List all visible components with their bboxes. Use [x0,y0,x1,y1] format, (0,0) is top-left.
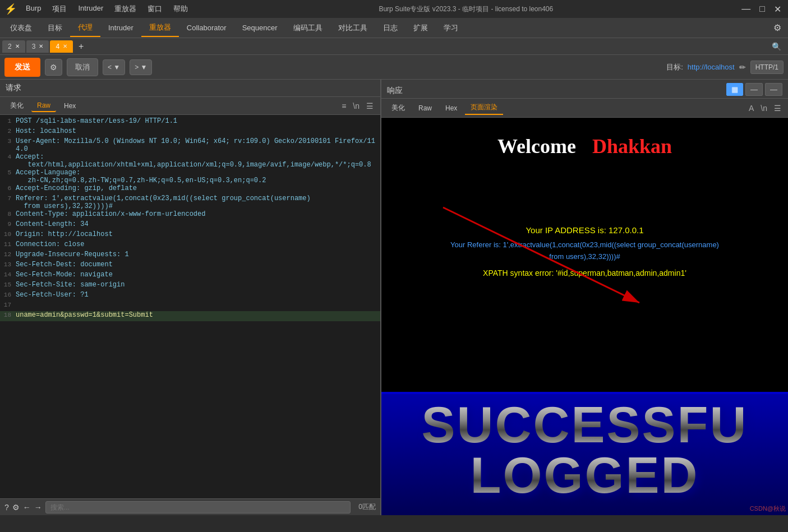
referer-text: Your Referer is: 1',extractvalue(1,conca… [445,239,725,263]
resp-tab-hex[interactable]: Hex [440,103,463,114]
resp-tab-raw[interactable]: Raw [413,103,437,114]
nav-dashboard[interactable]: 仪表盘 [2,20,40,36]
target-url: http://localhost [688,63,735,71]
menu-window[interactable]: 窗口 [143,2,167,16]
table-row: 5 Accept-Language: zh-CN,zh;q=0.8,zh-TW;… [0,169,380,184]
resp-tab-render[interactable]: 页面渲染 [465,101,503,115]
table-row: 8 Content-Type: application/x-www-form-u… [0,210,380,220]
maximize-button[interactable]: □ [757,4,767,15]
menu-intruder[interactable]: Intruder [73,2,108,16]
req-list-icon[interactable]: ≡ [339,100,348,112]
nav-decoder[interactable]: 编码工具 [285,20,330,36]
tab-3-close[interactable]: ✕ [39,43,43,49]
nav-next-button[interactable]: > ▼ [130,59,152,75]
tab-2-label: 2 [8,43,12,50]
http-version-button[interactable]: HTTP/1 [750,61,784,74]
menu-help[interactable]: 帮助 [169,2,192,16]
table-row: 9 Content-Length: 34 [0,220,380,230]
match-count: 0匹配 [358,502,376,512]
req-tab-hex[interactable]: Hex [58,100,81,112]
table-row: 12 Upgrade-Insecure-Requests: 1 [0,251,380,261]
nav-intruder[interactable]: Intruder [100,20,141,35]
table-row: 17 [0,301,380,311]
titlebar: ⚡ Burp 项目 Intruder 重放器 窗口 帮助 Burp Suite专… [0,0,788,18]
req-newline-icon[interactable]: \n [351,100,362,112]
resp-tab-icons: A \n ☰ [746,103,784,114]
tab-2[interactable]: 2 ✕ [2,40,25,53]
nav-learn[interactable]: 学习 [436,20,466,36]
table-row: 10 Origin: http://localhost [0,230,380,240]
tab-3[interactable]: 3 ✕ [26,40,49,53]
minimize-button[interactable]: — [739,4,753,15]
search-input[interactable] [45,501,351,514]
tab-search-icon[interactable]: 🔍 [767,40,786,53]
table-row: 7 Referer: 1',extractvalue(1,concat(0x23… [0,195,380,210]
table-row: 15 Sec-Fetch-Site: same-origin [0,281,380,291]
settings-bottom-icon[interactable]: ⚙ [12,503,20,512]
nav-logger[interactable]: 日志 [375,20,405,36]
main-content: 请求 美化 Raw Hex ≡ \n ☰ 1 POST /sqli-labs-m… [0,80,788,515]
request-bottom-bar: ? ⚙ ← → 0匹配 [0,498,380,515]
titlebar-menu: Burp 项目 Intruder 重放器 窗口 帮助 [21,2,192,16]
username-display: Dhakkan [592,135,672,158]
edit-target-button[interactable]: ✏ [739,63,746,72]
table-row: 6 Accept-Encoding: gzip, deflate [0,184,380,195]
resp-tab-beautify[interactable]: 美化 [386,101,411,114]
view-split-button[interactable]: ▦ [726,83,743,96]
nav-collaborator[interactable]: Collaborator [179,20,234,35]
help-icon[interactable]: ? [4,503,9,512]
table-row: 16 Sec-Fetch-User: ?1 [0,291,380,301]
toolbar-settings-button[interactable]: ⚙ [45,59,62,76]
tab-add-button[interactable]: + [74,39,88,54]
nav-compare[interactable]: 对比工具 [330,20,375,36]
window-controls: — □ ✕ [739,4,784,15]
tab-4-label: 4 [56,43,59,50]
view-horiz-button[interactable]: — [745,83,763,96]
table-row: 14 Sec-Fetch-Mode: navigate [0,271,380,281]
request-panel-tabs: 美化 Raw Hex ≡ \n ☰ [0,97,380,115]
app-title: Burp Suite专业版 v2023.3 - 临时项目 - licensed … [197,4,735,14]
nav-target[interactable]: 目标 [40,20,70,36]
watermark: CSDN@秋说 [750,505,786,513]
nav-prev-button[interactable]: < ▼ [103,59,125,75]
cancel-button[interactable]: 取消 [67,58,98,76]
resp-menu-icon[interactable]: ☰ [772,103,784,114]
nav-repeater[interactable]: 重放器 [141,19,179,37]
tab-4[interactable]: 4 ✕ [50,40,73,53]
toolbar: 发送 ⚙ 取消 < ▼ > ▼ 目标: http://localhost ✏ H… [0,55,788,80]
welcome-label: Welcome [497,135,576,158]
req-tab-icons: ≡ \n ☰ [339,100,376,112]
response-info: Your IP ADDRESS is: 127.0.0.1 Your Refer… [445,225,725,279]
table-row: 3 User-Agent: Mozilla/5.0 (Windows NT 10… [0,137,380,153]
back-icon[interactable]: ← [23,503,31,512]
tab-2-close[interactable]: ✕ [15,43,20,49]
req-menu-icon[interactable]: ☰ [364,100,376,112]
navbar: 仪表盘 目标 代理 Intruder 重放器 Collaborator Sequ… [0,18,788,38]
forward-icon[interactable]: → [34,503,42,512]
nav-proxy[interactable]: 代理 [70,19,100,37]
menu-project[interactable]: 项目 [48,2,71,16]
nav-extensions[interactable]: 扩展 [405,20,436,36]
resp-list-icon[interactable]: A [746,103,756,114]
success-text: SUCCESSFU [421,400,748,450]
send-button[interactable]: 发送 [4,58,40,77]
ip-address-text: Your IP ADDRESS is: 127.0.0.1 [445,225,725,235]
request-code-area[interactable]: 1 POST /sqli-labs-master/Less-19/ HTTP/1… [0,115,380,498]
view-vert-button[interactable]: — [765,83,782,96]
success-banner: SUCCESSFU LOGGED [381,392,788,515]
req-tab-raw[interactable]: Raw [31,100,56,112]
table-row: 13 Sec-Fetch-Dest: document [0,261,380,271]
welcome-text: Welcome Dhakkan [497,135,672,158]
close-button[interactable]: ✕ [772,4,784,15]
req-tab-beautify[interactable]: 美化 [4,99,29,112]
request-header: 请求 [0,80,380,97]
resp-newline-icon[interactable]: \n [758,103,769,114]
burp-logo: ⚡ [4,3,17,15]
nav-sequencer[interactable]: Sequencer [234,20,285,35]
settings-icon[interactable]: ⚙ [769,20,786,35]
menu-burp[interactable]: Burp [21,2,45,16]
tab-4-close[interactable]: ✕ [63,43,67,49]
menu-repeater[interactable]: 重放器 [110,2,141,16]
response-render-area: Welcome Dhakkan Your IP ADDRESS is: 127.… [381,118,788,515]
table-row: 4 Accept: text/html,application/xhtml+xm… [0,153,380,169]
